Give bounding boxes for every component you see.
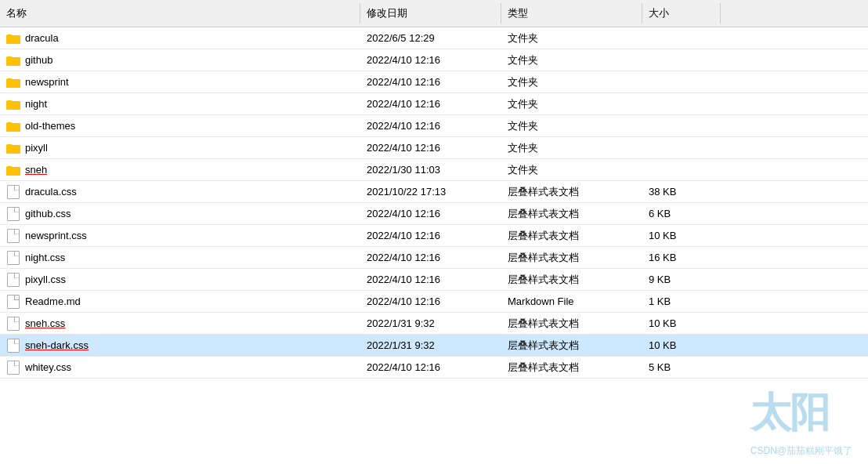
table-row[interactable]: Readme.md2022/4/10 12:16Markdown File1 K… [0,291,868,313]
file-date: 2022/1/30 11:03 [360,161,501,178]
md-file-icon [6,295,20,308]
file-name-cell: pixyll [0,140,360,157]
col-type-header[interactable]: 类型 [501,3,642,24]
table-row[interactable]: sneh.css2022/1/31 9:32层叠样式表文档10 KB [0,313,868,335]
col-name-header[interactable]: 名称 [0,3,360,24]
folder-icon [6,98,20,111]
file-name-cell: Readme.md [0,293,360,310]
css-file-icon [6,252,20,264]
folder-icon [6,142,20,154]
file-type: 文件夹 [501,117,642,136]
file-name-text: dracula.css [25,186,77,198]
css-file-icon [6,230,20,242]
file-name-cell: newsprint.css [0,227,360,245]
file-date: 2022/4/10 12:16 [360,249,501,266]
file-size: 10 KB [642,337,721,353]
file-size [642,80,721,85]
file-size: 9 KB [642,271,721,288]
file-type: 层叠样式表文档 [501,183,642,201]
file-name-cell: night.css [0,249,360,266]
file-size [642,124,721,129]
table-row[interactable]: sneh-dark.css2022/1/31 9:32层叠样式表文档10 KB [0,335,868,357]
file-type: 层叠样式表文档 [501,227,642,245]
file-type: 文件夹 [501,161,642,179]
file-type: 层叠样式表文档 [501,248,642,267]
file-explorer: 名称 修改日期 类型 大小 dracula2022/6/5 12:29文件夹gi… [0,0,868,464]
table-row[interactable]: night2022/4/10 12:16文件夹 [0,93,868,115]
css-file-icon [6,317,20,330]
table-row[interactable]: dracula2022/6/5 12:29文件夹 [0,27,868,49]
file-type: 层叠样式表文档 [501,336,642,355]
file-name-cell: github.css [0,205,360,223]
css-file-icon [6,339,20,352]
table-row[interactable]: pixyll2022/4/10 12:16文件夹 [0,137,868,159]
table-row[interactable]: night.css2022/4/10 12:16层叠样式表文档16 KB [0,247,868,269]
css-file-icon [6,361,20,374]
file-name-text: sneh.css [25,317,65,329]
folder-icon [6,120,20,132]
file-date: 2022/6/5 12:29 [360,30,501,46]
file-name-text: whitey.css [25,361,71,373]
file-size: 10 KB [642,315,721,332]
file-name-cell: old-themes [0,118,360,135]
file-name-text: pixyll [25,142,48,154]
folder-icon [6,76,20,89]
file-date: 2022/4/10 12:16 [360,140,501,156]
file-size: 6 KB [642,205,721,222]
file-size: 16 KB [642,249,721,266]
file-type: 文件夹 [501,95,642,114]
file-name-text: github [25,54,52,66]
file-date: 2022/1/31 9:32 [360,337,501,353]
file-date: 2022/4/10 12:16 [360,205,501,222]
folder-icon [6,164,20,176]
file-size: 5 KB [642,359,721,375]
file-name-cell: sneh-dark.css [0,337,360,354]
file-size: 1 KB [642,293,721,310]
col-date-header[interactable]: 修改日期 [360,3,501,24]
file-type: 文件夹 [501,139,642,158]
file-name-text: github.css [25,208,71,219]
table-row[interactable]: newsprint2022/4/10 12:16文件夹 [0,71,868,93]
file-type: 层叠样式表文档 [501,205,642,223]
table-header: 名称 修改日期 类型 大小 [0,0,868,27]
file-name-text: night.css [25,252,65,263]
col-size-header[interactable]: 大小 [642,3,721,24]
file-size [642,36,721,41]
table-row[interactable]: pixyll.css2022/4/10 12:16层叠样式表文档9 KB [0,269,868,291]
file-date: 2022/4/10 12:16 [360,74,501,90]
file-name-cell: whitey.css [0,359,360,376]
folder-icon [6,32,20,45]
file-size: 38 KB [642,183,721,200]
file-name-cell: dracula.css [0,183,360,201]
table-row[interactable]: dracula.css2021/10/22 17:13层叠样式表文档38 KB [0,181,868,203]
file-size [642,102,721,107]
file-date: 2022/1/31 9:32 [360,315,501,332]
file-name-cell: dracula [0,30,360,47]
file-name-text: dracula [25,32,59,44]
file-name-text: night [25,98,47,110]
file-date: 2022/4/10 12:16 [360,271,501,288]
table-row[interactable]: github2022/4/10 12:16文件夹 [0,49,868,71]
file-name-cell: pixyll.css [0,271,360,288]
table-row[interactable]: newsprint.css2022/4/10 12:16层叠样式表文档10 KB [0,225,868,247]
css-file-icon [6,208,20,220]
table-row[interactable]: sneh2022/1/30 11:03文件夹 [0,159,868,181]
file-type: 层叠样式表文档 [501,314,642,333]
table-row[interactable]: whitey.css2022/4/10 12:16层叠样式表文档5 KB [0,357,868,379]
folder-icon [6,54,20,67]
file-date: 2022/4/10 12:16 [360,293,501,310]
file-type: 文件夹 [501,29,642,48]
file-date: 2022/4/10 12:16 [360,359,501,375]
watermark: 太阳 [750,386,829,440]
file-name-text: newsprint.css [25,230,87,241]
table-row[interactable]: github.css2022/4/10 12:16层叠样式表文档6 KB [0,203,868,225]
watermark-sub: CSDN@茄茄糕刚平饿了 [750,444,852,458]
file-name-cell: night [0,96,360,113]
file-name-text: newsprint [25,76,69,88]
file-date: 2022/4/10 12:16 [360,52,501,68]
file-date: 2022/4/10 12:16 [360,118,501,134]
file-name-text: sneh [25,164,47,176]
file-date: 2022/4/10 12:16 [360,227,501,244]
table-row[interactable]: old-themes2022/4/10 12:16文件夹 [0,115,868,137]
file-name-text: sneh-dark.css [25,339,89,351]
